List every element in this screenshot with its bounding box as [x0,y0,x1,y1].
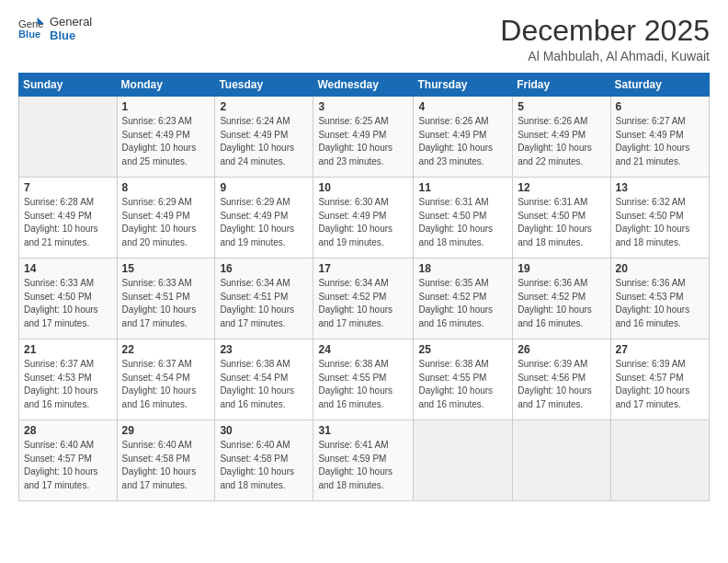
calendar-cell: 31 Sunrise: 6:41 AMSunset: 4:59 PMDaylig… [313,420,414,501]
logo-general-text: General [50,15,92,29]
cell-info: Sunrise: 6:41 AMSunset: 4:59 PMDaylight:… [318,440,392,490]
day-number: 3 [318,100,408,113]
header-day-thursday: Thursday [414,74,513,97]
calendar-cell: 23 Sunrise: 6:38 AMSunset: 4:54 PMDaylig… [215,339,313,420]
calendar-cell: 18 Sunrise: 6:35 AMSunset: 4:52 PMDaylig… [414,259,513,339]
calendar-cell: 15 Sunrise: 6:33 AMSunset: 4:51 PMDaylig… [117,259,215,339]
cell-info: Sunrise: 6:39 AMSunset: 4:56 PMDaylight:… [518,359,592,409]
week-row-3: 14 Sunrise: 6:33 AMSunset: 4:50 PMDaylig… [19,259,710,339]
day-number: 20 [616,262,704,275]
cell-info: Sunrise: 6:38 AMSunset: 4:55 PMDaylight:… [418,359,493,409]
cell-info: Sunrise: 6:31 AMSunset: 4:50 PMDaylight:… [518,197,592,247]
calendar-cell: 11 Sunrise: 6:31 AMSunset: 4:50 PMDaylig… [414,178,513,259]
day-number: 27 [616,343,704,356]
cell-info: Sunrise: 6:35 AMSunset: 4:52 PMDaylight:… [418,278,493,328]
week-row-2: 7 Sunrise: 6:28 AMSunset: 4:49 PMDayligh… [19,178,710,259]
calendar-cell: 12 Sunrise: 6:31 AMSunset: 4:50 PMDaylig… [513,178,610,259]
calendar-cell [610,420,709,501]
day-number: 26 [518,343,605,356]
day-number: 9 [220,181,308,194]
week-row-1: 1 Sunrise: 6:23 AMSunset: 4:49 PMDayligh… [19,97,710,178]
day-number: 17 [318,262,408,275]
calendar-cell: 25 Sunrise: 6:38 AMSunset: 4:55 PMDaylig… [414,339,513,420]
cell-info: Sunrise: 6:31 AMSunset: 4:50 PMDaylight:… [418,197,493,247]
calendar-cell: 2 Sunrise: 6:24 AMSunset: 4:49 PMDayligh… [215,97,313,178]
cell-info: Sunrise: 6:37 AMSunset: 4:54 PMDaylight:… [122,359,197,409]
cell-info: Sunrise: 6:27 AMSunset: 4:49 PMDaylight:… [616,116,690,167]
calendar-cell: 1 Sunrise: 6:23 AMSunset: 4:49 PMDayligh… [117,97,215,178]
logo: General Blue General Blue [18,15,92,42]
cell-info: Sunrise: 6:40 AMSunset: 4:58 PMDaylight:… [220,440,294,490]
svg-text:Blue: Blue [18,29,40,40]
cell-info: Sunrise: 6:24 AMSunset: 4:49 PMDaylight:… [220,116,294,167]
header-day-saturday: Saturday [610,74,709,97]
header-day-tuesday: Tuesday [215,74,313,97]
day-number: 4 [418,100,507,113]
calendar-cell: 9 Sunrise: 6:29 AMSunset: 4:49 PMDayligh… [215,178,313,259]
day-number: 16 [220,262,308,275]
cell-info: Sunrise: 6:37 AMSunset: 4:53 PMDaylight:… [24,359,98,409]
day-number: 30 [220,424,308,437]
cell-info: Sunrise: 6:40 AMSunset: 4:57 PMDaylight:… [24,440,98,490]
cell-info: Sunrise: 6:33 AMSunset: 4:51 PMDaylight:… [122,278,197,328]
month-year: December 2025 [500,15,710,47]
calendar-cell: 3 Sunrise: 6:25 AMSunset: 4:49 PMDayligh… [313,97,414,178]
logo-icon: General Blue [18,16,44,41]
calendar-cell [19,97,118,178]
day-number: 11 [418,181,507,194]
cell-info: Sunrise: 6:32 AMSunset: 4:50 PMDaylight:… [616,197,690,247]
day-number: 15 [122,262,210,275]
header-day-sunday: Sunday [19,74,118,97]
day-number: 28 [24,424,112,437]
calendar-cell: 20 Sunrise: 6:36 AMSunset: 4:53 PMDaylig… [610,259,709,339]
calendar-cell: 26 Sunrise: 6:39 AMSunset: 4:56 PMDaylig… [513,339,610,420]
header-day-monday: Monday [117,74,215,97]
cell-info: Sunrise: 6:38 AMSunset: 4:54 PMDaylight:… [220,359,294,409]
calendar-cell: 5 Sunrise: 6:26 AMSunset: 4:49 PMDayligh… [513,97,610,178]
header-day-wednesday: Wednesday [313,74,414,97]
calendar-cell: 27 Sunrise: 6:39 AMSunset: 4:57 PMDaylig… [610,339,709,420]
logo-blue-text: Blue [50,29,92,42]
cell-info: Sunrise: 6:23 AMSunset: 4:49 PMDaylight:… [122,116,197,167]
calendar-page: General Blue General Blue December 2025 … [0,0,728,563]
day-number: 1 [122,100,210,113]
day-number: 13 [616,181,704,194]
day-number: 29 [122,424,210,437]
calendar-cell: 7 Sunrise: 6:28 AMSunset: 4:49 PMDayligh… [19,178,118,259]
calendar-cell: 13 Sunrise: 6:32 AMSunset: 4:50 PMDaylig… [610,178,709,259]
day-number: 6 [616,100,704,113]
calendar-cell: 19 Sunrise: 6:36 AMSunset: 4:52 PMDaylig… [513,259,610,339]
cell-info: Sunrise: 6:28 AMSunset: 4:49 PMDaylight:… [24,197,98,247]
week-row-4: 21 Sunrise: 6:37 AMSunset: 4:53 PMDaylig… [19,339,710,420]
calendar-cell: 28 Sunrise: 6:40 AMSunset: 4:57 PMDaylig… [19,420,118,501]
calendar-cell: 10 Sunrise: 6:30 AMSunset: 4:49 PMDaylig… [313,178,414,259]
day-number: 10 [318,181,408,194]
day-number: 18 [418,262,507,275]
day-number: 21 [24,343,112,356]
cell-info: Sunrise: 6:33 AMSunset: 4:50 PMDaylight:… [24,278,98,328]
day-number: 24 [318,343,408,356]
calendar-cell: 4 Sunrise: 6:26 AMSunset: 4:49 PMDayligh… [414,97,513,178]
week-row-5: 28 Sunrise: 6:40 AMSunset: 4:57 PMDaylig… [19,420,710,501]
cell-info: Sunrise: 6:39 AMSunset: 4:57 PMDaylight:… [616,359,690,409]
calendar-cell: 14 Sunrise: 6:33 AMSunset: 4:50 PMDaylig… [19,259,118,339]
cell-info: Sunrise: 6:40 AMSunset: 4:58 PMDaylight:… [122,440,197,490]
day-number: 12 [518,181,605,194]
cell-info: Sunrise: 6:36 AMSunset: 4:53 PMDaylight:… [616,278,690,328]
title-block: December 2025 Al Mahbulah, Al Ahmadi, Ku… [500,15,710,63]
day-number: 2 [220,100,308,113]
calendar-cell [414,420,513,501]
calendar-cell: 30 Sunrise: 6:40 AMSunset: 4:58 PMDaylig… [215,420,313,501]
day-number: 31 [318,424,408,437]
cell-info: Sunrise: 6:36 AMSunset: 4:52 PMDaylight:… [518,278,592,328]
calendar-cell: 21 Sunrise: 6:37 AMSunset: 4:53 PMDaylig… [19,339,118,420]
cell-info: Sunrise: 6:34 AMSunset: 4:51 PMDaylight:… [220,278,294,328]
day-number: 22 [122,343,210,356]
day-number: 19 [518,262,605,275]
day-number: 25 [418,343,507,356]
cell-info: Sunrise: 6:30 AMSunset: 4:49 PMDaylight:… [318,197,392,247]
calendar-header-row: SundayMondayTuesdayWednesdayThursdayFrid… [19,74,710,97]
calendar-table: SundayMondayTuesdayWednesdayThursdayFrid… [18,73,710,501]
header-day-friday: Friday [513,74,610,97]
day-number: 14 [24,262,112,275]
